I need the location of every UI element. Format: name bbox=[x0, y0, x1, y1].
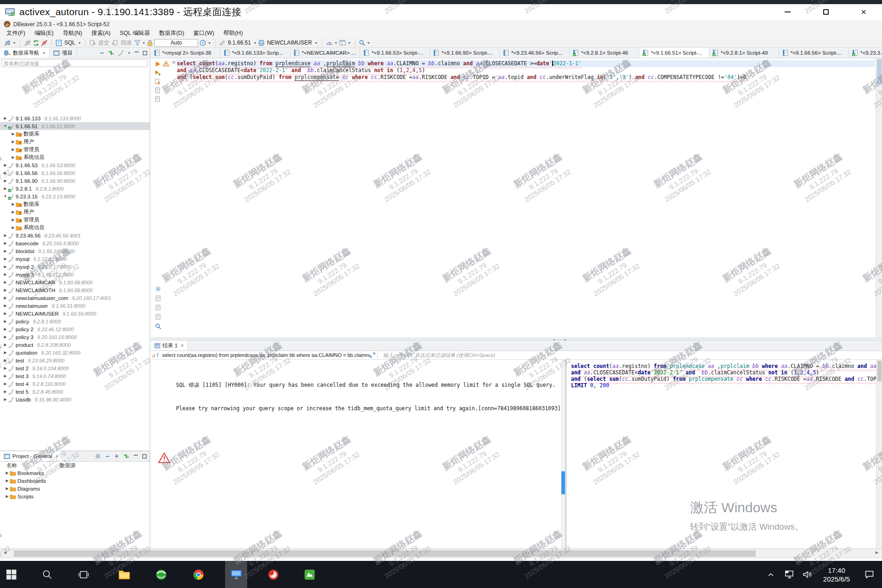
chevron-collapsed-icon[interactable]: ▶ bbox=[11, 210, 16, 214]
expand-all-icon[interactable] bbox=[114, 453, 119, 459]
connection-filter-input[interactable] bbox=[1, 59, 147, 67]
window-horizontal-scrollbar[interactable]: ◄ ► bbox=[0, 548, 882, 558]
editor-tab[interactable]: *<9.2.8.1> Script-49 bbox=[709, 48, 779, 58]
tree-item[interactable]: ▶quotation9.20.160.32:8000 bbox=[0, 349, 150, 356]
editor-tab[interactable]: *<9.1.66.53> Script-... bbox=[360, 48, 430, 58]
collapse-all-icon[interactable] bbox=[105, 453, 110, 459]
chevron-expanded-icon[interactable]: ▼ bbox=[3, 124, 8, 128]
gear-icon[interactable] bbox=[95, 453, 101, 459]
menu-item[interactable]: 帮助(H) bbox=[219, 28, 247, 38]
chevron-collapsed-icon[interactable]: ▶ bbox=[11, 140, 16, 144]
app-green-button[interactable] bbox=[299, 561, 321, 588]
chevron-collapsed-icon[interactable]: ▶ bbox=[3, 171, 8, 175]
menu-item[interactable]: 窗口(W) bbox=[189, 28, 219, 38]
sql-editor[interactable]: ⊖ select count(aa.registno) from prplend… bbox=[151, 58, 882, 338]
expand-filter-icon[interactable] bbox=[370, 352, 375, 358]
chevron-collapsed-icon[interactable]: ▶ bbox=[3, 233, 8, 237]
minimize-panel-icon[interactable] bbox=[133, 454, 138, 459]
chevron-collapsed-icon[interactable]: ▶ bbox=[3, 296, 8, 300]
project-item[interactable]: ▶Scripts bbox=[0, 492, 150, 500]
tree-item[interactable]: ▶policy9.2.8.1:8000 bbox=[0, 317, 150, 325]
tab-project-general[interactable]: Project - General × bbox=[0, 451, 62, 461]
chevron-collapsed-icon[interactable]: ▶ bbox=[3, 358, 8, 362]
layout-dropdown-icon[interactable]: ▾ bbox=[348, 41, 350, 45]
editor-tab[interactable]: *<9.1.66.51> Script-... bbox=[639, 48, 709, 58]
disconnect-icon[interactable] bbox=[41, 40, 48, 46]
tab-database-navigator[interactable]: 数据库导航 × bbox=[0, 48, 50, 58]
chevron-collapsed-icon[interactable]: ▶ bbox=[5, 494, 10, 498]
rollback-label[interactable]: 回滚 bbox=[121, 39, 132, 47]
log-icon[interactable] bbox=[155, 305, 161, 311]
chevron-collapsed-icon[interactable]: ▶ bbox=[3, 311, 8, 316]
tree-item[interactable]: ▶9.2.8.19.2.8.1:8000 bbox=[0, 185, 150, 192]
remote-desktop-button[interactable] bbox=[225, 561, 247, 588]
tree-item[interactable]: ▶NEWCLAIMUSER9.1.66.56:8000 bbox=[0, 310, 150, 317]
chevron-collapsed-icon[interactable]: ▶ bbox=[3, 390, 8, 394]
commit-label[interactable]: 提交 bbox=[98, 39, 109, 47]
chevron-collapsed-icon[interactable]: ▶ bbox=[3, 319, 8, 323]
chevron-collapsed-icon[interactable]: ▶ bbox=[3, 327, 8, 331]
tree-item[interactable]: ▶用户 bbox=[0, 208, 150, 216]
tree-item[interactable]: ▼9.1.66.519.1.66.51:8000 bbox=[0, 122, 150, 130]
chevron-collapsed-icon[interactable]: ▶ bbox=[3, 288, 8, 292]
transaction-mode-combo[interactable]: Auto bbox=[154, 39, 198, 47]
scroll-right-icon[interactable]: ► bbox=[875, 550, 879, 555]
volume-button[interactable] bbox=[798, 570, 817, 579]
chevron-collapsed-icon[interactable]: ▶ bbox=[5, 486, 10, 491]
chevron-collapsed-icon[interactable]: ▶ bbox=[5, 479, 10, 483]
close-tab-icon[interactable]: × bbox=[43, 50, 45, 56]
editor-tab[interactable]: *<NEWCLAIMCAR> Scri... bbox=[290, 48, 360, 58]
chevron-collapsed-icon[interactable]: ▶ bbox=[3, 249, 8, 253]
start-button[interactable] bbox=[0, 561, 22, 588]
menu-item[interactable]: 搜索(A) bbox=[87, 28, 115, 38]
editor-tab[interactable]: *<9.23.3.15> Scri... bbox=[849, 48, 882, 58]
tree-item[interactable]: ▶test 29.14.0.104:8000 bbox=[0, 364, 150, 372]
chevron-collapsed-icon[interactable]: ▶ bbox=[3, 335, 8, 339]
tab-projects[interactable]: 项目 bbox=[50, 48, 77, 58]
layout-panel-icon[interactable] bbox=[339, 40, 346, 46]
chevron-collapsed-icon[interactable]: ▶ bbox=[3, 265, 8, 269]
tree-item[interactable]: ▶数据库 bbox=[0, 200, 150, 208]
chevron-collapsed-icon[interactable]: ▶ bbox=[3, 280, 8, 284]
close-tab-icon[interactable]: × bbox=[181, 343, 184, 348]
tree-item[interactable]: ▶product9.2.8.108:8000 bbox=[0, 341, 150, 349]
tree-item[interactable]: ▶系统信息 bbox=[0, 224, 150, 232]
tree-item[interactable]: ▶9.1.66.569.1.66.56:8000 bbox=[0, 169, 150, 177]
chevron-collapsed-icon[interactable]: ▶ bbox=[11, 202, 16, 206]
tree-item[interactable]: ▶9.23.46.569.23.46.56:4001 bbox=[0, 232, 150, 239]
new-sql-editor-label[interactable]: SQL bbox=[64, 40, 75, 46]
commit-icon[interactable] bbox=[89, 40, 96, 46]
tree-item[interactable]: ▶系统信息 bbox=[0, 153, 150, 161]
chevron-expanded-icon[interactable]: ▼ bbox=[3, 194, 8, 198]
tree-item[interactable]: ▶newclaimuser9.1.66.51:8000 bbox=[0, 302, 150, 310]
chevron-collapsed-icon[interactable]: ▶ bbox=[11, 147, 16, 152]
active-schema-icon[interactable] bbox=[258, 40, 265, 46]
project-item[interactable]: ▶Bookmarks bbox=[0, 469, 150, 477]
chevron-collapsed-icon[interactable]: ▶ bbox=[11, 218, 16, 222]
maximize-button[interactable] bbox=[817, 6, 835, 17]
search-icon[interactable] bbox=[359, 40, 365, 46]
execute-script-icon[interactable] bbox=[155, 79, 161, 85]
minimize-panel-icon[interactable] bbox=[134, 51, 139, 56]
editor-tab[interactable]: *<9.1.66.133> Scrip... bbox=[220, 48, 290, 58]
tree-item[interactable]: ▶9.1.66.539.1.66.53:8000 bbox=[0, 161, 150, 169]
query-text-pane[interactable]: select count(aa.registno) from prplendca… bbox=[566, 360, 876, 549]
scroll-left-icon[interactable]: ◄ bbox=[3, 550, 7, 555]
clock-dropdown-icon[interactable]: ▾ bbox=[209, 41, 210, 45]
tree-item[interactable]: ▶管理员 bbox=[0, 146, 150, 153]
chevron-collapsed-icon[interactable]: ▶ bbox=[5, 471, 10, 475]
tree-item[interactable]: ▶NEWCLAIMOTH9.1.80.58:8000 bbox=[0, 286, 150, 294]
tree-item[interactable]: ▶test 39.14.0.74:8000 bbox=[0, 372, 150, 380]
tree-item[interactable]: ▶mysql 29.23.3.17:4000 bbox=[0, 263, 150, 271]
lock-icon[interactable] bbox=[147, 40, 153, 46]
action-center-button[interactable] bbox=[856, 570, 882, 579]
explain-plan-icon[interactable] bbox=[155, 87, 160, 93]
maximize-panel-icon[interactable] bbox=[142, 454, 147, 459]
filter-dropdown-icon[interactable]: ▾ bbox=[143, 41, 145, 45]
chevron-collapsed-icon[interactable]: ▶ bbox=[3, 397, 8, 401]
sql-code[interactable]: select count(aa.registno) from prplendca… bbox=[177, 60, 875, 81]
chevron-collapsed-icon[interactable]: ▶ bbox=[3, 382, 8, 386]
dashboard-dropdown-icon[interactable]: ▾ bbox=[335, 41, 337, 45]
chevron-collapsed-icon[interactable]: ▶ bbox=[11, 155, 16, 159]
chevron-collapsed-icon[interactable]: ▶ bbox=[3, 343, 8, 347]
